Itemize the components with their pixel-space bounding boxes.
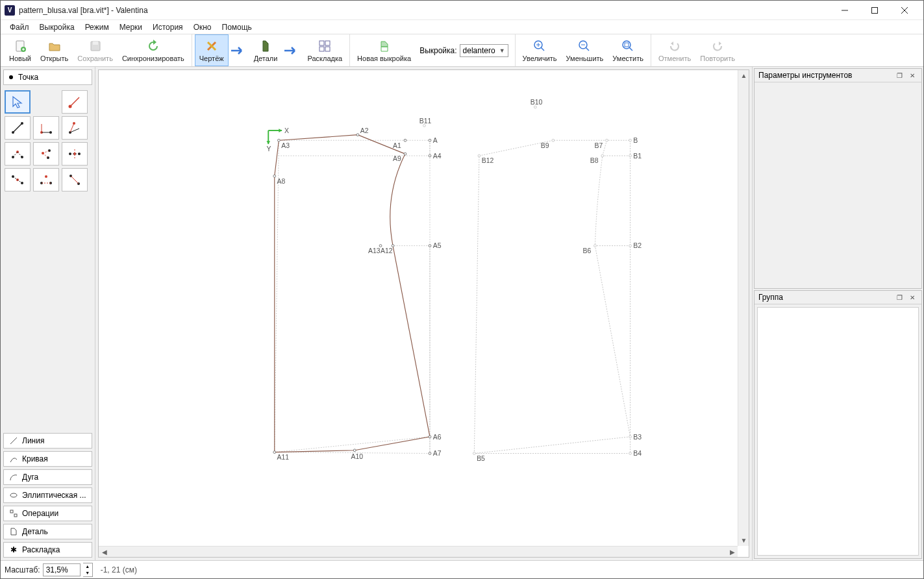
chevron-down-icon: ▼	[499, 47, 505, 54]
svg-text:A8: A8	[277, 178, 286, 185]
params-panel-header[interactable]: Параметры инструментов ❐ ✕	[755, 69, 921, 82]
point-tool-endline[interactable]	[62, 90, 88, 114]
point-tool-lineintersect[interactable]	[5, 168, 31, 191]
title-bar: V pattern_blusa.val [bra.vit*] - Valenti…	[1, 1, 923, 20]
maximize-button[interactable]	[860, 1, 890, 20]
svg-point-129	[552, 139, 555, 142]
menu-file[interactable]: Файл	[5, 21, 34, 33]
undo-button[interactable]: Отменить	[654, 34, 695, 66]
point-tool-triangle[interactable]	[33, 168, 59, 191]
point-tool-alongline[interactable]	[5, 116, 31, 140]
zoom-in-button[interactable]: Увеличить	[518, 34, 562, 66]
toolbox-category-layout[interactable]: ✱Раскладка	[3, 542, 92, 558]
toolbar-group-undo: Отменить Повторить	[651, 34, 742, 66]
scale-input[interactable]	[43, 563, 81, 576]
spinner-up-icon[interactable]: ▲	[83, 563, 92, 570]
panel-float-icon[interactable]: ❐	[894, 293, 905, 302]
svg-line-82	[474, 437, 630, 454]
point-tool-bisector[interactable]	[62, 116, 88, 140]
panel-close-icon[interactable]: ✕	[907, 71, 918, 80]
params-panel-title: Параметры инструментов	[758, 71, 892, 80]
svg-text:B1: B1	[633, 153, 642, 160]
point-tool-shoulder[interactable]	[5, 142, 31, 166]
svg-line-73	[275, 140, 279, 452]
svg-text:A1: A1	[393, 142, 401, 149]
details-stage-button[interactable]: Детали	[249, 34, 282, 66]
scroll-left-arrow-icon[interactable]: ◀	[99, 547, 110, 558]
pattern-selector[interactable]: delantero ▼	[460, 44, 508, 57]
zoom-fit-label: Уместить	[612, 55, 643, 62]
svg-point-113	[629, 154, 632, 157]
layout-stage-button[interactable]: Раскладка	[303, 34, 347, 66]
point-tool-normal[interactable]	[33, 116, 59, 140]
sync-label: Синхронизировать	[122, 55, 184, 62]
svg-point-58	[45, 175, 47, 178]
save-button[interactable]: Сохранить	[73, 34, 118, 66]
group-panel-body	[757, 307, 919, 556]
panel-float-icon[interactable]: ❐	[894, 71, 905, 80]
draft-stage-button[interactable]: Чертёж	[195, 34, 229, 66]
group-panel-header[interactable]: Группа ❐ ✕	[755, 291, 921, 304]
redo-button[interactable]: Повторить	[695, 34, 740, 66]
toolbox-category-point[interactable]: Точка	[3, 69, 92, 85]
app-icon: V	[5, 5, 15, 16]
svg-line-77	[275, 437, 430, 452]
open-folder-icon	[47, 38, 62, 54]
svg-point-125	[606, 139, 608, 142]
new-pattern-button[interactable]: Новая выкройка	[353, 34, 416, 66]
svg-text:B5: B5	[477, 455, 485, 462]
svg-rect-66	[14, 514, 17, 517]
scrollbar-horizontal[interactable]: ◀ ▶	[99, 546, 738, 557]
toolbox-category-line[interactable]: Линия	[3, 433, 92, 449]
menu-help[interactable]: Помощь	[217, 21, 257, 33]
new-pattern-label: Новая выкройка	[357, 55, 411, 62]
pattern-canvas[interactable]: XYAA1A2A3A4A5A6A7A8A9A10A11A12A13BB1B2B3…	[99, 70, 749, 557]
toolbar-group-file: Новый Открыть Сохранить Синхронизировать	[2, 34, 192, 66]
svg-text:B11: B11	[419, 117, 432, 125]
zoom-out-button[interactable]: Уменьшить	[562, 34, 608, 66]
toolbox-category-ops[interactable]: Операции	[3, 506, 92, 521]
close-button[interactable]	[890, 1, 919, 20]
toolbox-category-curve[interactable]: Кривая	[3, 451, 92, 467]
menu-window[interactable]: Окно	[188, 21, 217, 33]
svg-line-42	[13, 152, 18, 157]
menu-measurements[interactable]: Мерки	[114, 21, 147, 33]
sync-icon	[145, 38, 161, 54]
minimize-button[interactable]	[830, 1, 860, 20]
sync-button[interactable]: Синхронизировать	[118, 34, 189, 66]
svg-line-62	[71, 176, 79, 184]
zoom-fit-button[interactable]: Уместить	[608, 34, 648, 66]
svg-point-105	[273, 451, 276, 454]
svg-point-133	[423, 125, 426, 127]
scroll-up-arrow-icon[interactable]: ▲	[738, 70, 749, 81]
menu-mode[interactable]: Режим	[80, 21, 114, 33]
menu-history[interactable]: История	[147, 21, 188, 33]
open-button[interactable]: Открыть	[36, 34, 73, 66]
svg-point-91	[429, 154, 431, 157]
svg-text:A4: A4	[433, 153, 442, 160]
spinner-down-icon[interactable]: ▼	[83, 570, 92, 576]
toolbox-category-label: Точка	[18, 73, 38, 82]
scroll-down-arrow-icon[interactable]: ▼	[738, 535, 749, 546]
point-tool-contact[interactable]	[33, 142, 59, 166]
point-tool-height[interactable]	[62, 142, 88, 166]
svg-line-21	[586, 47, 589, 51]
draft-icon	[204, 38, 219, 54]
scale-spinner[interactable]: ▲ ▼	[83, 563, 93, 577]
scrollbar-vertical[interactable]: ▲ ▼	[738, 70, 749, 546]
toolbox-cat-label: Операции	[22, 509, 58, 518]
toolbox-category-arc[interactable]: Дуга	[3, 469, 92, 485]
panel-close-icon[interactable]: ✕	[907, 293, 918, 302]
status-bar: Масштаб: ▲ ▼ -1, 21 (см)	[1, 560, 923, 578]
new-button[interactable]: Новый	[5, 34, 36, 66]
scroll-right-arrow-icon[interactable]: ▶	[727, 547, 738, 558]
point-tool-intersectxy[interactable]	[62, 168, 88, 191]
svg-point-103	[353, 449, 356, 452]
menu-pattern[interactable]: Выкройка	[34, 21, 80, 33]
redo-icon	[710, 38, 725, 54]
arrow-tool-button[interactable]	[5, 90, 31, 114]
toolbox-category-elarc[interactable]: Эллиптическая ...	[3, 487, 92, 503]
canvas-frame[interactable]: XYAA1A2A3A4A5A6A7A8A9A10A11A12A13BB1B2B3…	[98, 69, 749, 558]
toolbox-category-detail[interactable]: Деталь	[3, 524, 92, 539]
group-panel: Группа ❐ ✕	[754, 290, 922, 559]
